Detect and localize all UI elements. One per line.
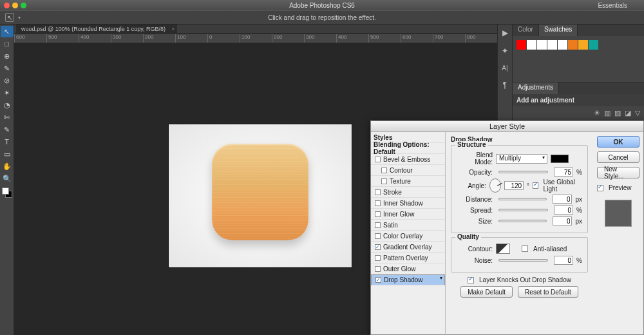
close-tab-icon[interactable]: × [171,26,175,32]
panel-icon[interactable]: ▶ [502,28,508,37]
ruler-tick: 800 [465,34,497,43]
ruler-tick: 100 [175,34,207,43]
document-canvas[interactable] [169,124,352,267]
swatch[interactable] [527,40,536,50]
vibrance-icon[interactable]: ▽ [635,109,640,117]
tool-button[interactable]: ⊘ [1,75,14,86]
tool-button[interactable]: ↖ [1,26,14,37]
fx-color-overlay[interactable]: Color Overlay [371,231,445,242]
noise-field[interactable] [554,256,573,265]
brightness-icon[interactable]: ☀ [594,109,600,117]
ruler-tick: 500 [46,34,79,43]
structure-label: Structure [455,141,488,148]
make-default-button[interactable]: Make Default [460,286,513,298]
swatch[interactable] [558,40,567,50]
unit-px: px [575,218,582,225]
tab-adjustments[interactable]: Adjustments [513,82,559,94]
global-light-checkbox[interactable] [533,182,538,189]
fx-stroke[interactable]: Stroke [371,187,445,198]
toolbox: ↖□⊕✎⊘✶◔✄✎T▭✋🔍 [0,24,14,335]
distance-field[interactable] [553,195,572,204]
titlebar: Adobe Photoshop CS6 Essentials [0,0,644,10]
fx-inner-glow[interactable]: Inner Glow [371,209,445,220]
angle-field[interactable] [504,181,524,190]
swatch[interactable] [578,40,588,50]
fx-drop-shadow[interactable]: Drop Shadow [371,274,445,285]
swatch[interactable] [589,40,598,50]
ruler-tick: 600 [14,34,46,43]
tool-button[interactable]: ✎ [1,62,14,74]
levels-icon[interactable]: ▥ [604,109,611,117]
character-panel-icon[interactable]: A| [502,64,507,72]
fx-contour[interactable]: Contour [371,165,445,176]
contour-picker[interactable] [496,244,510,254]
size-field[interactable] [553,216,572,225]
cancel-button[interactable]: Cancel [597,151,639,163]
ok-button[interactable]: OK [597,136,639,148]
distance-slider[interactable] [498,198,547,200]
exposure-icon[interactable]: ◪ [625,109,631,117]
foreground-background-colors[interactable] [2,187,12,198]
unit-px: px [575,196,582,203]
curves-icon[interactable]: ▨ [614,109,621,117]
swatch[interactable] [537,40,547,50]
tool-button[interactable]: ⊕ [1,50,14,62]
reset-default-button[interactable]: Reset to Default [518,286,578,298]
fx-satin[interactable]: Satin [371,220,445,231]
horizontal-ruler: 6005004003002001000100200300400500600700… [14,34,497,43]
tool-button[interactable]: ▭ [1,148,14,160]
noise-slider[interactable] [498,259,548,262]
tool-button[interactable]: 🔍 [1,173,14,184]
opacity-label: Opacity: [457,169,493,176]
angle-dial[interactable] [489,178,501,193]
swatch[interactable] [568,40,578,50]
panel-icon[interactable]: ✦ [502,46,508,55]
global-light-label: Use Global Light [544,178,582,193]
ruler-tick: 0 [207,34,240,43]
tool-button[interactable]: T [1,136,14,148]
swatch[interactable] [547,40,557,50]
rounded-rectangle-artwork[interactable] [212,144,308,240]
adjustment-icons-row: ☀ ▥ ▨ ◪ ▽ [513,106,644,120]
spread-field[interactable] [554,206,573,215]
knockout-checkbox[interactable] [468,277,474,283]
swatch[interactable] [516,40,526,50]
spread-slider[interactable] [498,209,548,211]
tab-color[interactable]: Color [513,24,539,36]
angle-label: Angle: [457,182,486,189]
quality-group: Quality Contour: Anti-aliased Noise: % [451,237,588,273]
app-title: Adobe Photoshop CS6 [0,2,644,9]
size-slider[interactable] [498,220,547,222]
opacity-slider[interactable] [498,171,548,173]
tool-button[interactable]: ✋ [1,160,14,172]
paragraph-panel-icon[interactable]: ¶ [503,81,507,90]
noise-label: Noise: [457,257,493,264]
document-tab[interactable]: wood.psd @ 100% (Rounded Rectangle 1 cop… [16,24,177,34]
adjustments-panel: Adjustments Add an adjustment ☀ ▥ ▨ ◪ ▽ [513,82,644,120]
fx-pattern-overlay[interactable]: Pattern Overlay [371,253,445,263]
new-style-button[interactable]: New Style... [597,167,639,178]
fx-inner-shadow[interactable]: Inner Shadow [371,198,445,209]
tool-button[interactable]: ✎ [1,124,14,135]
distance-label: Distance: [457,196,493,203]
tool-button[interactable]: ✄ [1,111,14,123]
antialiased-checkbox[interactable] [522,245,528,252]
add-adjustment-label: Add an adjustment [513,94,644,106]
layer-style-dialog[interactable]: Layer Style Styles Blending Options: Def… [370,120,644,335]
foreground-color-chip[interactable] [2,187,9,195]
blending-options-row[interactable]: Blending Options: Default [371,143,445,154]
opacity-field[interactable] [554,168,573,177]
antialiased-label: Anti-aliased [533,245,567,253]
fx-gradient-overlay[interactable]: Gradient Overlay [371,242,445,253]
blend-mode-select[interactable]: Multiply [496,154,547,164]
shadow-color-chip[interactable] [551,155,569,163]
contour-label: Contour: [457,245,493,253]
tool-button[interactable]: ◔ [1,99,14,111]
fx-bevel-emboss[interactable]: Bevel & Emboss [371,154,445,165]
preview-checkbox[interactable] [597,185,603,191]
tool-button[interactable]: □ [1,38,14,50]
fx-outer-glow[interactable]: Outer Glow [371,263,445,274]
tab-swatches[interactable]: Swatches [539,24,578,36]
fx-texture[interactable]: Texture [371,176,445,187]
tool-button[interactable]: ✶ [1,87,14,99]
